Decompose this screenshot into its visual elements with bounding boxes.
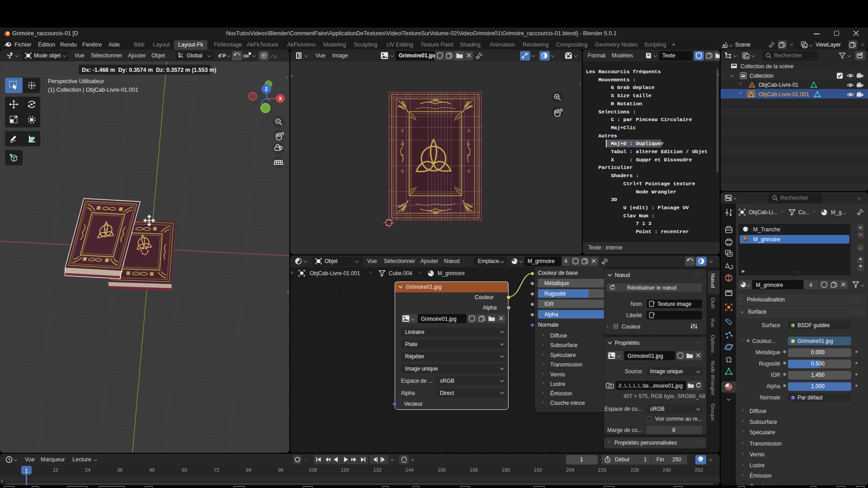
svg-text:X: X [279, 96, 282, 101]
svg-text:120: 120 [341, 467, 349, 473]
svg-text:168: 168 [470, 467, 478, 473]
svg-text:48: 48 [149, 467, 155, 473]
svg-text:36: 36 [117, 467, 123, 473]
svg-text:60: 60 [182, 467, 187, 473]
svg-text:108: 108 [309, 467, 317, 473]
svg-text:24: 24 [85, 467, 90, 473]
svg-text:Z: Z [265, 87, 268, 92]
svg-text:156: 156 [438, 467, 446, 473]
svg-text:240: 240 [663, 467, 671, 473]
svg-text:228: 228 [631, 467, 639, 473]
svg-text:72: 72 [214, 467, 219, 473]
svg-text:84: 84 [246, 467, 251, 473]
svg-text:144: 144 [406, 467, 414, 473]
svg-text:132: 132 [373, 467, 382, 473]
svg-text:216: 216 [598, 467, 606, 473]
svg-text:96: 96 [278, 467, 283, 473]
svg-text:192: 192 [534, 467, 542, 473]
svg-text:252: 252 [695, 467, 703, 473]
svg-text:12: 12 [53, 467, 58, 473]
svg-text:180: 180 [502, 467, 510, 473]
svg-text:204: 204 [566, 467, 574, 473]
